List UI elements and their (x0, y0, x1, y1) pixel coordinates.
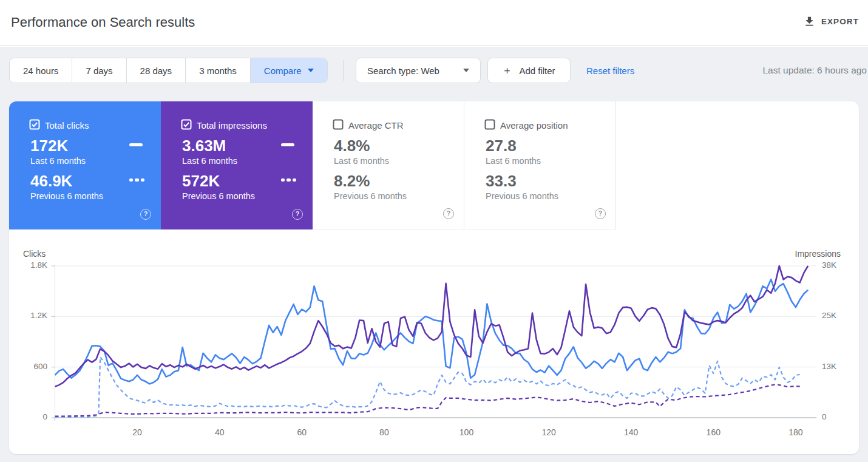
x-tick: 100 (452, 427, 482, 437)
checkbox-unchecked-icon[interactable] (333, 119, 344, 130)
y-left-tick: 600 (0, 362, 47, 372)
tab-compare[interactable]: Compare (250, 58, 327, 83)
help-icon[interactable] (140, 209, 151, 220)
x-tick: 140 (616, 427, 646, 437)
metric-value-current: 172K (30, 137, 68, 155)
metric-tile-total-impressions[interactable]: Total impressions 3.63M Last 6 months 57… (161, 101, 313, 229)
help-icon[interactable] (443, 208, 454, 219)
add-filter-button[interactable]: Add filter (487, 58, 571, 83)
metric-label: Average CTR (348, 120, 404, 131)
chevron-down-icon (463, 69, 469, 72)
metric-value-current: 27.8 (486, 137, 517, 155)
metric-label: Total impressions (197, 120, 267, 131)
metric-sub-current: Last 6 months (30, 156, 86, 166)
tab-3-months[interactable]: 3 months (185, 58, 250, 83)
metric-sub-previous: Previous 6 months (486, 191, 558, 201)
y-right-tick: 0 (822, 412, 827, 422)
solid-line-legend (129, 143, 143, 146)
y-right-axis-title: Impressions (795, 249, 841, 259)
metric-sub-previous: Previous 6 months (30, 191, 103, 201)
metric-tile-average-position[interactable]: Average position 27.8 Last 6 months 33.3… (464, 101, 616, 229)
y-left-tick: 1.2K (0, 311, 47, 321)
x-tick: 80 (369, 427, 399, 437)
checkbox-unchecked-icon[interactable] (484, 119, 495, 130)
metric-value-previous: 572K (182, 172, 220, 191)
metric-sub-previous: Previous 6 months (182, 191, 255, 201)
y-left-tick: 0 (0, 412, 47, 422)
metric-label: Average position (500, 120, 568, 131)
metric-value-current: 3.63M (182, 137, 226, 155)
filter-row: 24 hours 7 days 28 days 3 months Compare… (9, 58, 859, 83)
page-title: Performance on Search results (11, 15, 195, 30)
tab-24-hours[interactable]: 24 hours (10, 58, 72, 83)
metric-sub-previous: Previous 6 months (334, 191, 407, 201)
x-tick: 20 (122, 427, 152, 437)
performance-card: Total clicks 172K Last 6 months 46.9K Pr… (9, 101, 859, 454)
metric-sub-current: Last 6 months (182, 156, 237, 166)
y-left-axis-title: Clicks (23, 249, 46, 259)
metric-tile-total-clicks[interactable]: Total clicks 172K Last 6 months 46.9K Pr… (9, 101, 161, 229)
tab-28-days[interactable]: 28 days (126, 58, 186, 83)
content-area: 24 hours 7 days 28 days 3 months Compare… (0, 47, 868, 462)
dashed-line-legend (129, 178, 145, 182)
metric-value-current: 4.8% (334, 137, 370, 155)
divider (343, 60, 344, 81)
x-tick: 180 (781, 427, 811, 437)
tab-7-days[interactable]: 7 days (72, 58, 126, 83)
y-left-tick: 1.8K (0, 260, 47, 270)
export-button[interactable]: EXPORT (803, 15, 859, 28)
y-right-tick: 38K (822, 260, 836, 270)
x-tick: 60 (287, 427, 317, 437)
metric-sub-current: Last 6 months (334, 156, 389, 166)
chevron-down-icon (308, 69, 314, 72)
x-tick: 160 (698, 427, 728, 437)
last-update-text: Last update: 6 hours ago (763, 58, 867, 83)
download-icon (803, 15, 816, 28)
checkbox-checked-icon[interactable] (29, 119, 40, 130)
date-range-tabs: 24 hours 7 days 28 days 3 months Compare (9, 58, 328, 83)
dashed-line-legend (281, 178, 297, 182)
solid-line-legend (281, 143, 294, 146)
metric-value-previous: 33.3 (486, 172, 517, 191)
help-icon[interactable] (292, 209, 303, 220)
metric-value-previous: 46.9K (30, 172, 72, 191)
help-icon[interactable] (595, 208, 606, 219)
metric-value-previous: 8.2% (334, 172, 370, 191)
top-bar: Performance on Search results EXPORT (0, 0, 868, 46)
y-right-tick: 25K (822, 311, 836, 321)
checkbox-checked-icon[interactable] (181, 119, 192, 130)
search-type-dropdown[interactable]: Search type: Web (356, 58, 481, 83)
reset-filters-link[interactable]: Reset filters (586, 58, 634, 83)
x-tick: 40 (205, 427, 235, 437)
metric-label: Total clicks (45, 120, 89, 131)
export-label: EXPORT (821, 17, 859, 26)
y-right-tick: 13K (822, 362, 836, 372)
x-tick: 120 (534, 427, 564, 437)
plus-icon (503, 66, 512, 75)
metric-sub-current: Last 6 months (486, 156, 541, 166)
metric-tile-average-ctr[interactable]: Average CTR 4.8% Last 6 months 8.2% Prev… (313, 101, 464, 229)
